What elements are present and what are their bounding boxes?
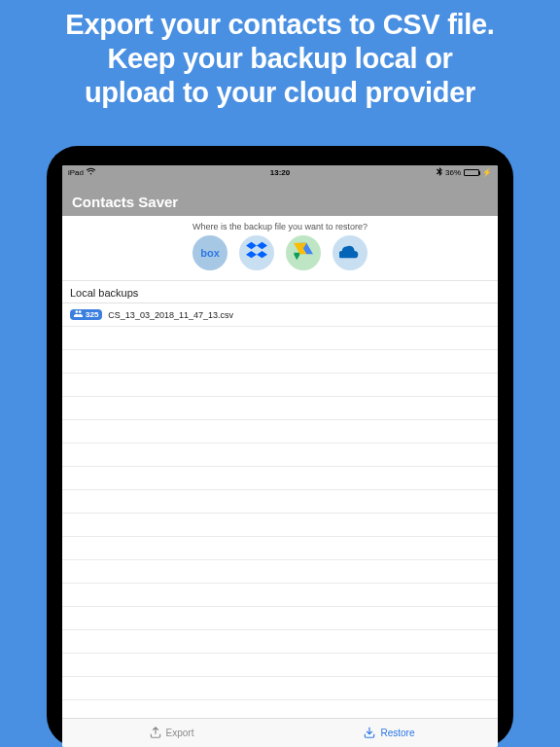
battery-percent: 36% [445, 168, 461, 177]
backup-filename: CS_13_03_2018_11_47_13.csv [108, 310, 233, 320]
promo-headline: Export your contacts to CSV file. Keep y… [0, 0, 560, 124]
device-frame: iPad 13:20 36% ⚡ Contacts Saver Where is… [47, 146, 513, 747]
charging-icon: ⚡ [482, 168, 492, 177]
wifi-icon [87, 167, 95, 177]
tab-restore[interactable]: Restore [280, 719, 498, 747]
battery-icon [464, 169, 479, 176]
tab-restore-label: Restore [380, 728, 414, 738]
svg-marker-2 [294, 254, 300, 260]
clock: 13:20 [270, 168, 290, 177]
promo-line-2: Keep your backup local or [10, 42, 550, 76]
restore-icon [363, 726, 376, 741]
empty-rows [62, 327, 498, 700]
box-icon: box [200, 247, 220, 259]
tab-bar: Export Restore [62, 718, 498, 747]
restore-question: Where is the backup file you want to res… [62, 216, 498, 235]
box-provider-button[interactable]: box [192, 235, 228, 270]
tab-export-label: Export [166, 728, 194, 738]
device-label: iPad [68, 168, 84, 177]
people-icon [74, 310, 83, 319]
onedrive-provider-button[interactable] [332, 235, 368, 270]
google-drive-provider-button[interactable] [286, 235, 321, 270]
content-area: Where is the backup file you want to res… [62, 216, 498, 718]
nav-bar: Contacts Saver [62, 179, 498, 216]
backup-list-item[interactable]: 325 CS_13_03_2018_11_47_13.csv [62, 303, 498, 327]
promo-line-1: Export your contacts to CSV file. [10, 8, 550, 42]
contact-count: 325 [86, 310, 98, 319]
google-drive-icon [294, 241, 313, 265]
page-title: Contacts Saver [72, 194, 178, 210]
status-bar: iPad 13:20 36% ⚡ [62, 165, 498, 179]
contact-count-badge: 325 [70, 309, 102, 320]
cloud-provider-row: box [62, 235, 498, 281]
tab-export[interactable]: Export [62, 719, 280, 747]
dropbox-provider-button[interactable] [239, 235, 274, 270]
export-icon [149, 726, 162, 741]
onedrive-icon [339, 240, 361, 266]
device-screen: iPad 13:20 36% ⚡ Contacts Saver Where is… [62, 165, 498, 747]
dropbox-icon [246, 240, 267, 266]
promo-line-3: upload to your cloud provider [10, 76, 550, 110]
bluetooth-icon [437, 167, 442, 178]
local-backups-header: Local backups [62, 281, 498, 303]
